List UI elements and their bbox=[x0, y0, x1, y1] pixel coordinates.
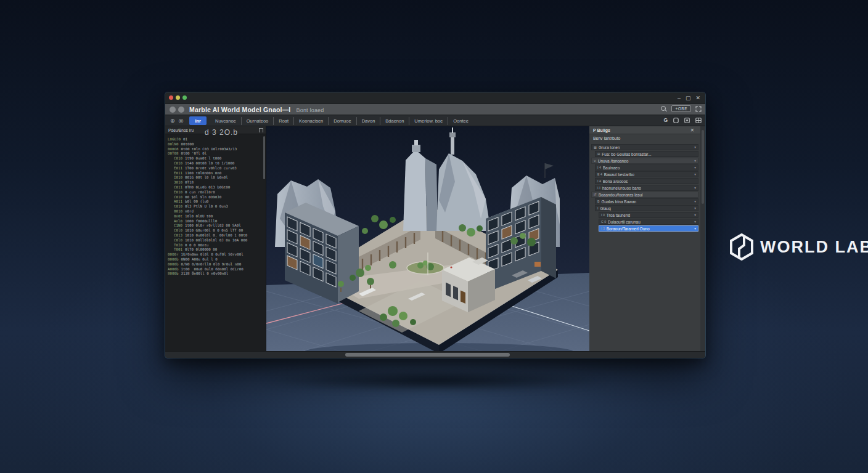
capture-g-icon[interactable]: G bbox=[663, 117, 668, 123]
layer-row-label: Dulaourtll carunau bbox=[608, 220, 694, 224]
log-line: 00O0r1U/0n0mn 0l0l 0 0uT0l S0rv00l bbox=[168, 253, 261, 257]
layer-row-icon: I 4 bbox=[597, 166, 601, 169]
frame-icon[interactable] bbox=[673, 118, 679, 123]
layer-row-icon: I bbox=[597, 206, 598, 210]
log-line: 8000b3138 0n00ll 0 n0v00n0l bbox=[168, 272, 261, 277]
layer-row-2[interactable]: ∨Unuva /tanoaneo▾ bbox=[591, 158, 698, 164]
layer-row-12[interactable]: I 3Boraoun/Tararnerl Ouno▾ bbox=[599, 225, 698, 232]
target-icon[interactable]: ◎ bbox=[179, 116, 184, 126]
layer-row-icon: ▦ bbox=[594, 145, 597, 149]
maximize-button[interactable]: ▢ bbox=[686, 94, 691, 102]
layer-row-icon: ∨ bbox=[594, 159, 596, 163]
chevron-down-icon[interactable]: ▾ bbox=[694, 227, 696, 230]
viewport-hscroll-track[interactable] bbox=[165, 351, 705, 358]
chevron-down-icon[interactable]: ▾ bbox=[694, 166, 696, 169]
console-log: LOGUJ00100lN000t0000O0O80t00 t0ln C03 U0… bbox=[168, 137, 261, 277]
panel-close-icon[interactable]: ✕ bbox=[690, 127, 694, 133]
tab-1[interactable]: Nuvcanoe bbox=[210, 117, 242, 125]
layer-row-3[interactable]: I 4Bauinaeo▾ bbox=[595, 164, 698, 171]
close-button[interactable]: ✕ bbox=[695, 94, 700, 102]
layer-row-9[interactable]: IGlaug▾ bbox=[595, 205, 698, 211]
tab-5[interactable]: Domuoe bbox=[329, 117, 356, 125]
chevron-down-icon[interactable]: ▾ bbox=[694, 200, 696, 203]
layers-panel-title: P Buligs bbox=[593, 128, 610, 132]
layer-row-icon: I 0 bbox=[601, 213, 605, 217]
panel-dock-icon[interactable] bbox=[259, 128, 263, 132]
close-traffic-light[interactable] bbox=[169, 95, 173, 100]
console-scrollbar[interactable] bbox=[263, 136, 265, 179]
viewport-panel[interactable] bbox=[266, 126, 589, 351]
tab-7[interactable]: Bdaenon bbox=[380, 117, 409, 125]
chevron-down-icon[interactable]: ▾ bbox=[694, 220, 696, 224]
layer-row-6[interactable]: I·Ihaonunelurouoo bano▾ bbox=[595, 185, 698, 191]
zoom-out-icon[interactable] bbox=[661, 106, 667, 112]
tab-3[interactable]: Roat bbox=[274, 117, 294, 125]
nav-back-icon[interactable] bbox=[170, 107, 176, 113]
layer-row-1[interactable]: ⊞Fua: bo Goullas bonrastar... bbox=[595, 151, 698, 157]
layers-scrollbar-track[interactable] bbox=[700, 126, 705, 351]
chevron-down-icon[interactable]: ▾ bbox=[694, 145, 696, 149]
layer-row-icon: C 0 bbox=[601, 220, 606, 224]
layer-row-11[interactable]: C 0Dulaourtll carunau▾ bbox=[599, 219, 698, 225]
nav-forward-icon[interactable] bbox=[178, 107, 184, 113]
viewport-3d-scene bbox=[266, 126, 589, 351]
chevron-down-icon[interactable]: ▾ bbox=[694, 172, 696, 176]
tab-2[interactable]: Ournateoo bbox=[242, 117, 274, 125]
tab-4[interactable]: Koonacisen bbox=[294, 117, 329, 125]
log-line: 0O0O80t00 t0ln C03 U0lr003A3/13 bbox=[168, 147, 261, 152]
layer-row-10[interactable]: I 0Troa taunend▾ bbox=[599, 212, 698, 218]
layer-row-label: Boaandou/foonaras lasul bbox=[599, 193, 696, 197]
minimize-button[interactable]: – bbox=[678, 94, 681, 102]
log-line: E0111T00 0rn0t v0hlc0 curv03 bbox=[168, 166, 261, 171]
minimize-traffic-light[interactable] bbox=[176, 95, 180, 100]
scale-button[interactable]: +OBE bbox=[671, 105, 691, 112]
window-icon[interactable] bbox=[684, 118, 690, 123]
tab-6[interactable]: Davon bbox=[357, 117, 381, 125]
layer-row-8[interactable]: BGualas btna Bawan▾ bbox=[595, 198, 698, 204]
log-line: 0000b0/N0 0/0n0rll0 0l0 9r0ul n00 bbox=[168, 262, 261, 267]
log-line: C0101t90 0um0t l t000 bbox=[168, 156, 261, 161]
window-title-status: Bont loaed bbox=[296, 107, 324, 113]
expand-icon[interactable] bbox=[695, 106, 702, 112]
log-line: C0131010 0u00l0l 0. 00rl00 1 00t0 bbox=[168, 233, 261, 238]
log-line: LOGUJ001 bbox=[168, 137, 261, 142]
tab-9[interactable]: Oontee bbox=[448, 117, 473, 125]
tab-8[interactable]: Umerlow. boe bbox=[409, 117, 448, 125]
zoom-traffic-light[interactable] bbox=[182, 95, 187, 100]
globe-icon[interactable]: ⊕ bbox=[170, 116, 175, 126]
log-line: Anl01000 f0000ulll0 bbox=[168, 219, 261, 224]
brand-lockup: WORLD LABS bbox=[729, 233, 868, 261]
chevron-down-icon[interactable]: ▾ bbox=[694, 206, 696, 210]
layers-section-label: Benv Iantrbuto bbox=[593, 136, 620, 140]
viewport-hscroll-thumb[interactable] bbox=[345, 353, 510, 357]
chevron-down-icon[interactable]: ▾ bbox=[694, 213, 696, 217]
layer-row-4[interactable]: E 4Bauaut bestarlbo▾ bbox=[595, 171, 698, 177]
grid-icon[interactable] bbox=[695, 118, 702, 123]
layer-row-label: Bona aroooos bbox=[603, 179, 696, 184]
layer-row-5[interactable]: I 4Bona aroooos bbox=[595, 178, 698, 184]
log-line: t0100l3 PtlN U l0 0 0un3 bbox=[168, 204, 261, 209]
layer-row-label: Fua: bo Goullas bonrastar... bbox=[602, 152, 696, 156]
layer-row-icon: IF bbox=[594, 193, 597, 196]
log-line: 00lN000t000 bbox=[168, 142, 261, 147]
layer-row-7[interactable]: IFBoaandou/foonaras lasul bbox=[591, 192, 698, 198]
window-title: Marble AI World Model Gnaol—lBont loaed bbox=[189, 106, 324, 113]
layer-row-icon: E 4 bbox=[597, 172, 602, 176]
log-line: C0l01010 G0ur00l 0 0 0n5 lTT 00 bbox=[168, 228, 261, 233]
layers-scrollbar-thumb[interactable] bbox=[702, 130, 704, 204]
chevron-down-icon[interactable]: ▾ bbox=[694, 186, 696, 190]
log-line: E0111100 t0l0n00n 0n0 bbox=[168, 171, 261, 176]
tab-0[interactable]: Inr bbox=[189, 116, 207, 125]
log-line: A011b0l 00 (lu0 bbox=[168, 200, 261, 204]
layer-row-icon: ⊞ bbox=[597, 152, 600, 156]
layer-row-icon: I·I bbox=[597, 186, 600, 190]
layer-row-0[interactable]: ▦Grura Ionen▾ bbox=[591, 144, 698, 150]
chevron-down-icon[interactable]: ▾ bbox=[694, 159, 696, 163]
layer-row-label: Gualas btna Bawan bbox=[601, 200, 694, 204]
titlebar-right-controls: +OBE bbox=[661, 105, 702, 112]
layer-row-icon: B bbox=[597, 200, 599, 203]
traffic-lights bbox=[169, 95, 187, 100]
tab-bar: ⊕ ◎ InrNuvcanoeOurnateooRoatKoonacisenDo… bbox=[165, 116, 705, 126]
tabbar-right-icons: G bbox=[663, 117, 702, 123]
titlebar-main: Marble AI World Model Gnaol—lBont loaed … bbox=[165, 104, 705, 115]
